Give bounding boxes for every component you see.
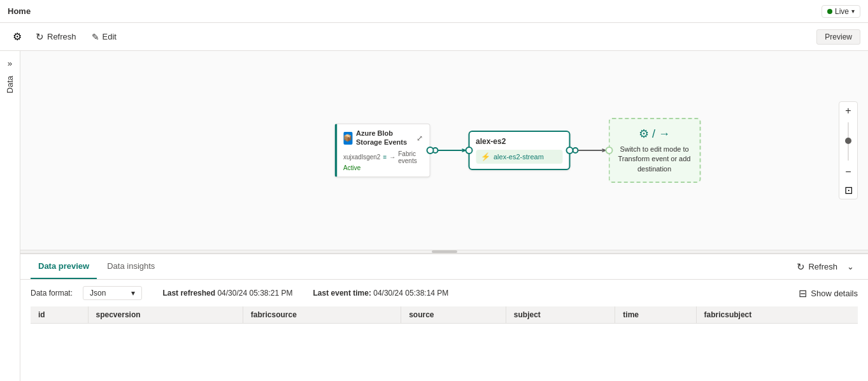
source-node-dest: Fabric events bbox=[398, 150, 423, 164]
side-panel-expand-button[interactable]: » bbox=[5, 56, 15, 71]
last-event-value: 04/30/24 05:38:14 PM bbox=[373, 289, 448, 298]
source-node-equals-icon: ≡ bbox=[383, 154, 387, 161]
format-value: Json bbox=[90, 289, 106, 298]
zoom-in-icon: + bbox=[845, 105, 851, 117]
zoom-slider-track bbox=[848, 122, 849, 161]
stream-icon: ⚡ bbox=[481, 152, 490, 161]
show-details-icon: ⊟ bbox=[799, 287, 807, 299]
table-header-time: time bbox=[615, 306, 696, 324]
svg-point-3 bbox=[573, 148, 578, 153]
blob-storage-icon: 📦 bbox=[343, 131, 352, 144]
stream-node-label: alex-es2-stream bbox=[494, 153, 544, 161]
source-connector-right bbox=[426, 147, 434, 154]
live-label: Live bbox=[835, 7, 849, 16]
refresh-icon: ↻ bbox=[36, 31, 44, 43]
zoom-controls: + − ⊡ bbox=[839, 101, 858, 199]
last-refreshed-label: Last refreshed bbox=[162, 289, 215, 298]
last-event-info: Last event time: 04/30/24 05:38:14 PM bbox=[313, 289, 449, 298]
live-chevron-icon: ▾ bbox=[851, 8, 855, 15]
title-bar: Home Live ▾ bbox=[0, 0, 868, 23]
live-badge[interactable]: Live ▾ bbox=[822, 5, 860, 18]
table-header-source: source bbox=[401, 306, 506, 324]
table-header-subject: subject bbox=[506, 306, 615, 324]
expand-icon: » bbox=[8, 59, 12, 68]
zoom-fit-button[interactable]: ⊡ bbox=[839, 181, 857, 199]
side-panel-label: Data bbox=[5, 76, 15, 93]
toolbar: ⚙ ↻ Refresh ✎ Edit Preview bbox=[0, 23, 868, 51]
canvas-wrapper: 📦 Azure Blob Storage Events ⤢ xujxadlsge… bbox=[20, 51, 868, 381]
stream-node-title: alex-es2 bbox=[476, 137, 562, 146]
source-node-title: Azure Blob Storage Events bbox=[356, 129, 413, 146]
last-refreshed-value: 04/30/24 05:38:21 PM bbox=[217, 289, 292, 298]
tab-data-insights-label: Data insights bbox=[107, 261, 155, 271]
last-event-label: Last event time: bbox=[313, 289, 371, 298]
format-select[interactable]: Json ▾ bbox=[83, 286, 142, 300]
destination-node[interactable]: ⚙ / → Switch to edit mode to Transform e… bbox=[608, 118, 701, 183]
bottom-refresh-icon: ↻ bbox=[797, 261, 805, 273]
dest-separator: / bbox=[652, 127, 655, 140]
stream-node[interactable]: alex-es2 ⚡ alex-es2-stream bbox=[468, 131, 570, 170]
edit-icon: ✎ bbox=[92, 32, 99, 42]
source-node-arrow-icon: → bbox=[389, 154, 395, 161]
dest-node-text: Switch to edit mode to Transform event o… bbox=[617, 145, 692, 174]
live-dot-icon bbox=[827, 9, 832, 14]
tabs-bar: Data preview Data insights ↻ Refresh ⌄ bbox=[20, 254, 868, 280]
dest-settings-icon: ⚙ bbox=[639, 127, 649, 140]
source-node-status: Active bbox=[343, 164, 423, 171]
table-header-fabricsubject: fabricsubject bbox=[696, 306, 858, 324]
stream-connector-right bbox=[566, 147, 573, 154]
flow-arrow-2 bbox=[570, 144, 608, 157]
format-chevron-icon: ▾ bbox=[131, 289, 135, 298]
last-refreshed-info: Last refreshed 04/30/24 05:38:21 PM bbox=[162, 289, 292, 298]
zoom-out-icon: − bbox=[845, 166, 851, 178]
dest-exit-icon: → bbox=[658, 127, 670, 140]
show-details-label: Show details bbox=[811, 289, 858, 298]
dest-node-icons: ⚙ / → bbox=[617, 127, 692, 141]
table-header-specversion: specversion bbox=[88, 306, 243, 324]
bottom-panel: Data preview Data insights ↻ Refresh ⌄ D… bbox=[20, 254, 868, 381]
flow-arrow-1 bbox=[430, 144, 468, 157]
source-node[interactable]: 📦 Azure Blob Storage Events ⤢ xujxadlsge… bbox=[334, 124, 430, 176]
refresh-button[interactable]: ↻ Refresh bbox=[29, 28, 83, 46]
source-node-header: 📦 Azure Blob Storage Events ⤢ bbox=[343, 129, 423, 146]
data-table: idspecversionfabricsourcesourcesubjectti… bbox=[31, 306, 858, 324]
bottom-expand-icon: ⌄ bbox=[847, 262, 854, 271]
page-title: Home bbox=[8, 6, 31, 16]
bottom-row: Data format: Json ▾ Last refreshed 04/30… bbox=[31, 286, 858, 300]
show-details-button[interactable]: ⊟ Show details bbox=[799, 287, 858, 299]
zoom-out-button[interactable]: − bbox=[839, 163, 857, 181]
settings-icon: ⚙ bbox=[13, 31, 22, 42]
zoom-slider-thumb bbox=[845, 138, 851, 144]
source-node-expand-icon[interactable]: ⤢ bbox=[416, 133, 423, 142]
refresh-label: Refresh bbox=[47, 32, 76, 41]
tab-data-preview[interactable]: Data preview bbox=[31, 254, 97, 279]
source-node-username: xujxadlsgen2 bbox=[343, 154, 380, 161]
flow-container: 📦 Azure Blob Storage Events ⤢ xujxadlsge… bbox=[334, 118, 701, 183]
settings-button[interactable]: ⚙ bbox=[8, 27, 27, 46]
stream-node-inner: ⚡ alex-es2-stream bbox=[476, 150, 562, 164]
table-header-fabricsource: fabricsource bbox=[243, 306, 401, 324]
zoom-in-button[interactable]: + bbox=[839, 102, 857, 120]
preview-button[interactable]: Preview bbox=[816, 29, 860, 45]
divider-handle bbox=[432, 250, 457, 253]
bottom-refresh-button[interactable]: ↻ Refresh bbox=[792, 259, 843, 275]
canvas: 📦 Azure Blob Storage Events ⤢ xujxadlsge… bbox=[20, 51, 868, 250]
tab-data-preview-label: Data preview bbox=[38, 261, 89, 271]
table-header-row: idspecversionfabricsourcesourcesubjectti… bbox=[31, 306, 858, 324]
bottom-content: Data format: Json ▾ Last refreshed 04/30… bbox=[20, 280, 868, 381]
main-area: » Data 📦 Azure Blob Storage Events ⤢ xuj… bbox=[0, 51, 868, 381]
dest-connector-left bbox=[605, 147, 613, 154]
bottom-refresh-label: Refresh bbox=[808, 262, 837, 271]
bottom-expand-button[interactable]: ⌄ bbox=[843, 259, 858, 275]
source-node-meta-row: xujxadlsgen2 ≡ → Fabric events bbox=[343, 150, 423, 164]
edit-label: Edit bbox=[103, 32, 117, 41]
stream-connector-left bbox=[465, 147, 473, 154]
tab-data-insights[interactable]: Data insights bbox=[99, 254, 162, 279]
zoom-fit-icon: ⊡ bbox=[844, 184, 853, 196]
edit-button[interactable]: ✎ Edit bbox=[85, 29, 123, 45]
preview-label: Preview bbox=[825, 32, 852, 41]
format-label: Data format: bbox=[31, 289, 73, 298]
side-panel: » Data bbox=[0, 51, 20, 381]
table-header-id: id bbox=[31, 306, 88, 324]
